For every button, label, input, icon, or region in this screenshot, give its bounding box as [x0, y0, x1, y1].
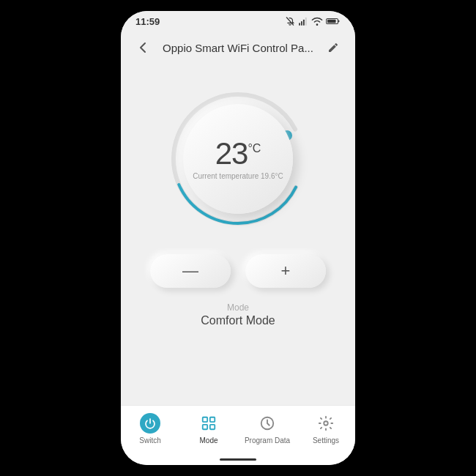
- increase-label: +: [281, 261, 291, 280]
- main-content: 23 °C Current temperature 19.6°C — + Mod…: [121, 64, 355, 405]
- control-buttons: — +: [150, 254, 326, 288]
- programdata-icon-container: [257, 413, 278, 434]
- svg-rect-3: [305, 18, 307, 26]
- battery-icon: [326, 17, 341, 26]
- set-temperature: 23: [215, 138, 248, 169]
- bottom-nav: Switch Mode Program Data: [121, 405, 355, 465]
- bell-muted-icon: [285, 16, 295, 26]
- status-icons: [285, 16, 341, 26]
- nav-item-settings[interactable]: Settings: [297, 413, 355, 445]
- svg-point-14: [324, 421, 328, 425]
- page-title: Oppio Smart WiFi Control Pa...: [153, 42, 323, 54]
- gear-icon: [318, 415, 334, 431]
- mode-label: Mode: [201, 302, 275, 313]
- programdata-label: Program Data: [245, 436, 290, 445]
- decrease-label: —: [182, 261, 198, 280]
- grid-icon: [201, 415, 217, 431]
- switch-icon-container: [140, 413, 160, 434]
- increase-button[interactable]: +: [245, 254, 326, 288]
- mode-nav-label: Mode: [199, 436, 217, 445]
- nav-item-switch[interactable]: Switch: [121, 413, 179, 445]
- header: Oppio Smart WiFi Control Pa...: [121, 31, 355, 64]
- svg-rect-5: [327, 20, 335, 23]
- status-time: 11:59: [135, 16, 160, 27]
- thermostat-dial[interactable]: 23 °C Current temperature 19.6°C: [165, 86, 311, 232]
- nav-indicator: [220, 458, 256, 461]
- clock-icon: [259, 415, 275, 431]
- current-temp: Current temperature 19.6°C: [193, 172, 283, 180]
- status-bar: 11:59: [121, 11, 355, 31]
- svg-rect-12: [210, 425, 215, 429]
- svg-rect-9: [203, 417, 207, 422]
- mode-icon-container: [198, 413, 219, 434]
- decrease-button[interactable]: —: [150, 254, 231, 288]
- settings-icon-container: [316, 413, 336, 434]
- temp-display: 23 °C: [215, 138, 261, 169]
- wifi-icon: [311, 17, 323, 26]
- nav-item-programdata[interactable]: Program Data: [238, 413, 297, 445]
- svg-rect-1: [301, 21, 302, 26]
- svg-rect-11: [203, 425, 207, 429]
- svg-rect-10: [210, 417, 215, 422]
- nav-item-mode[interactable]: Mode: [179, 413, 238, 445]
- back-button[interactable]: [133, 37, 153, 58]
- svg-rect-0: [299, 23, 300, 26]
- switch-label: Switch: [139, 436, 160, 445]
- edit-button[interactable]: [323, 37, 343, 58]
- power-icon: [144, 417, 156, 429]
- thermostat-inner: 23 °C Current temperature 19.6°C: [183, 104, 293, 214]
- settings-label: Settings: [313, 436, 339, 445]
- mode-section: Mode Comfort Mode: [201, 302, 275, 327]
- phone-frame: 11:59: [121, 11, 355, 465]
- temp-unit: °C: [248, 143, 261, 155]
- mode-value: Comfort Mode: [201, 314, 275, 327]
- signal-icon: [298, 16, 308, 26]
- svg-rect-2: [303, 20, 305, 26]
